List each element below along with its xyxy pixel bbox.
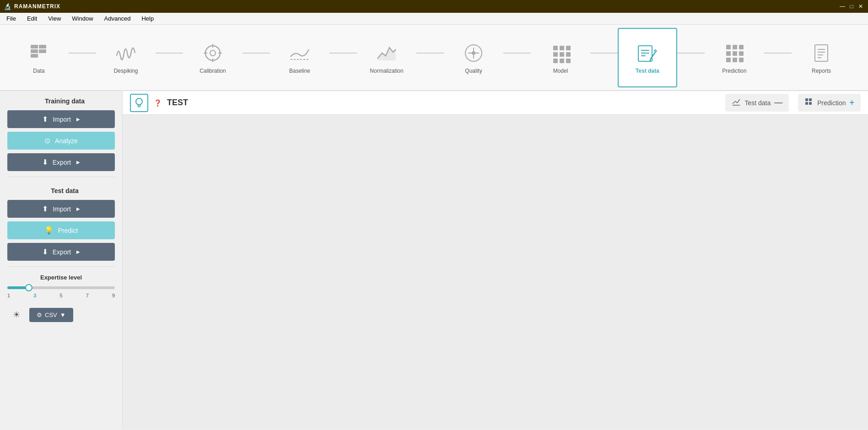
mark-5: 5 [59, 293, 62, 298]
menu-window[interactable]: Window [67, 14, 97, 23]
svg-rect-42 [739, 58, 744, 62]
svg-rect-41 [733, 58, 737, 62]
analyze-icon: ⊙ [44, 136, 50, 145]
download-icon-2: ⬇ [42, 247, 48, 256]
menu-advanced[interactable]: Advanced [100, 14, 135, 23]
expertise-title: Expertise level [7, 274, 115, 281]
csv-label: CSV [45, 312, 57, 318]
test-predict-label: Predict [58, 227, 78, 234]
close-button[interactable]: ✕ [857, 3, 864, 10]
connector-1 [69, 53, 96, 54]
connector-9 [764, 53, 792, 54]
svg-rect-38 [733, 51, 737, 56]
test-import-label: Import [53, 205, 71, 213]
svg-line-52 [735, 101, 737, 103]
test-import-button[interactable]: ⬆ Import ▶ [7, 200, 115, 218]
svg-rect-55 [805, 98, 808, 101]
calibration-icon [201, 41, 225, 65]
prediction-action-button[interactable]: Prediction + [798, 94, 861, 112]
quality-icon [462, 41, 485, 65]
training-export-label: Export [53, 159, 71, 166]
svg-rect-20 [566, 46, 571, 50]
toolbar-step-quality[interactable]: Quality [444, 28, 503, 87]
test-data-title: Test data [0, 181, 122, 198]
svg-line-31 [650, 50, 657, 59]
test-predict-button[interactable]: 💡 Predict [7, 221, 115, 239]
despiking-label: Despiking [114, 68, 138, 74]
toolbar-step-normalization[interactable]: Normalization [357, 28, 416, 87]
svg-point-5 [205, 46, 220, 60]
upload-icon-2: ⬆ [42, 204, 48, 213]
model-label: Model [553, 68, 568, 74]
testdata-minus-icon: — [774, 98, 782, 108]
sidebar-divider-2 [7, 266, 115, 267]
toolbar-step-calibration[interactable]: Calibration [183, 28, 243, 87]
app-title: RAMANMETRIX [14, 3, 60, 10]
mark-3: 3 [33, 293, 36, 298]
training-export-button[interactable]: ⬇ Export ▶ [7, 153, 115, 171]
svg-rect-18 [553, 46, 558, 50]
svg-line-53 [737, 99, 740, 103]
gear-icon-bottom: ⚙ [37, 312, 42, 318]
prediction-label: Prediction [722, 68, 746, 74]
svg-rect-57 [805, 102, 808, 105]
toolbar-step-data[interactable]: Data [9, 28, 69, 87]
sun-button[interactable]: ☀ [7, 306, 26, 324]
svg-rect-56 [809, 98, 812, 101]
svg-point-48 [136, 98, 142, 105]
content-body [123, 115, 868, 430]
connector-6 [503, 53, 531, 54]
svg-rect-3 [39, 45, 46, 48]
testdata-action-button[interactable]: Test data — [725, 94, 789, 112]
csv-button[interactable]: ⚙ CSV ▼ [29, 308, 73, 322]
menu-file[interactable]: File [2, 14, 21, 23]
normalization-icon [375, 41, 399, 65]
svg-line-51 [733, 101, 735, 104]
svg-rect-25 [560, 59, 564, 63]
minimize-button[interactable]: — [839, 3, 846, 10]
reports-icon [809, 41, 833, 65]
svg-rect-37 [726, 51, 731, 56]
training-import-button[interactable]: ⬆ Import ▶ [7, 110, 115, 128]
training-data-title: Training data [0, 91, 122, 108]
sidebar: Training data ⬆ Import ▶ ⊙ Analyze ⬇ Exp… [0, 91, 123, 430]
toolbar-step-testdata[interactable]: Test data [618, 28, 677, 87]
svg-rect-36 [739, 45, 744, 49]
svg-line-33 [654, 49, 656, 51]
predict-icon: 💡 [44, 226, 54, 235]
prediction-action-icon [804, 97, 814, 108]
training-analyze-label: Analyze [55, 137, 78, 145]
toolbar-step-baseline[interactable]: Baseline [270, 28, 329, 87]
svg-rect-2 [31, 54, 38, 58]
connector-8 [677, 53, 705, 54]
titlebar-left: 🔬 RAMANMETRIX [4, 3, 60, 10]
toolbar-step-reports[interactable]: Reports [792, 28, 851, 87]
connector-4 [329, 53, 357, 54]
testdata-icon [636, 41, 659, 65]
svg-rect-40 [726, 58, 731, 62]
model-icon [549, 41, 572, 65]
menu-view[interactable]: View [43, 14, 65, 23]
test-export-label: Export [53, 248, 71, 256]
test-export-button[interactable]: ⬇ Export ▶ [7, 243, 115, 261]
menu-help[interactable]: Help [137, 14, 158, 23]
expertise-marks: 1 3 5 7 9 [7, 293, 115, 298]
toolbar-step-despiking[interactable]: Despiking [96, 28, 156, 87]
prediction-btn-label: Prediction [817, 99, 846, 107]
content-title: TEST [167, 98, 188, 108]
menu-edit[interactable]: Edit [22, 14, 42, 23]
content-header: ❓ TEST Test data — Prediction + [123, 91, 868, 115]
svg-rect-35 [733, 45, 737, 49]
toolbar-step-model[interactable]: Model [531, 28, 590, 87]
help-icon[interactable]: ❓ [154, 99, 162, 107]
svg-rect-19 [560, 46, 564, 50]
reports-label: Reports [812, 68, 831, 74]
data-label: Data [33, 68, 44, 74]
titlebar: 🔬 RAMANMETRIX — □ ✕ [0, 0, 868, 13]
download-icon-1: ⬇ [42, 158, 48, 167]
quality-label: Quality [465, 68, 482, 74]
main-area: Training data ⬆ Import ▶ ⊙ Analyze ⬇ Exp… [0, 91, 868, 430]
toolbar-step-prediction[interactable]: Prediction [705, 28, 764, 87]
maximize-button[interactable]: □ [848, 3, 855, 10]
training-analyze-button[interactable]: ⊙ Analyze [7, 132, 115, 150]
